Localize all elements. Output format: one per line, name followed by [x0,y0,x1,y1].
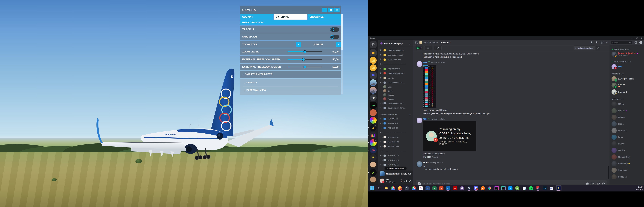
text-channel-reports[interactable]: #· reports [380,76,412,80]
voice-user-Ginger[interactable]: Ginger [383,89,412,93]
text-channel-voertuig-suggesties[interactable]: #· voertuig-suggesties [380,71,412,76]
zoom-type-prev-button[interactable]: ‹ [296,42,301,47]
server-mv[interactable]: MV [370,117,376,124]
external-view-section-header[interactable]: ⌄ EXTERNAL VIEW [240,87,341,94]
taskbar-handbrake[interactable]: HS [514,185,520,191]
headphones-icon[interactable] [404,179,408,182]
tab-external[interactable]: EXTERNAL [274,14,307,20]
voice-channel-PBD-OC-01[interactable]: · PBD-OC-01 [380,116,412,121]
server-cheese-1[interactable] [370,57,376,64]
taskbar-discord[interactable] [473,185,479,191]
quote-image-attachment[interactable]: It's raining on myVIAGRA. My rain is her… [423,121,476,151]
freelook-momentum-slider[interactable] [288,66,322,68]
taskbar-word[interactable]: W [425,185,430,191]
camera-panel-titlebar[interactable]: CAMERA – ⧉ ✕ [240,6,341,14]
voice-channel-ABD-INCI-01[interactable]: · ABD-INCI-01 [380,135,412,139]
taskbar-window-app[interactable] [521,185,527,191]
server-face-1[interactable] [370,162,376,168]
taskbar-outlook[interactable]: O [445,185,451,191]
taskbar-clickup[interactable] [418,185,424,191]
taskbar-filezilla[interactable]: FZ [452,185,458,191]
taskbar-firefox[interactable] [397,185,403,191]
taskbar-chrome[interactable] [390,185,396,191]
member-DIPSIE[interactable]: DIPSIE◆ [611,108,643,114]
server-folder-blue[interactable] [370,72,376,79]
default-section-header[interactable]: ⌄ DEFAULT [240,80,341,86]
user-avatar[interactable] [380,178,384,183]
member-Shadoww[interactable]: Shadoww [611,167,643,173]
member-MichaelRietv[interactable]: MichaelRietv [611,154,643,160]
server-play[interactable]: ▷ [370,169,376,176]
member-Floris[interactable]: Floris [611,121,643,127]
member-luuvvv[interactable]: luuvvv [611,140,643,147]
text-channel-bug-meldingen[interactable]: #· bug-meldingen [380,66,412,71]
voice-channel-Development Kant...[interactable]: · Development Kant... [380,106,412,110]
server-face-2[interactable] [370,176,376,184]
member-Knieperd[interactable]: Knieperd [611,89,643,95]
gear-icon[interactable] [408,179,412,182]
voice-channel-ABD-INCI-03[interactable]: · ABD-INCI-03 [380,144,412,148]
avatar[interactable] [416,61,422,67]
smartcam-toggle[interactable] [330,35,339,39]
avatar[interactable] [416,161,422,167]
window-maximize-button[interactable]: ▢ [636,37,638,39]
search-box[interactable]: Zoeken [611,41,632,44]
member-Semmetje[interactable]: Semmetje★ [611,160,643,167]
taskbar-datagrip[interactable]: DG [500,185,506,191]
server-orange[interactable] [370,109,376,116]
voice-channel-PBD-OC-03[interactable]: · PBD-OC-03 [380,126,412,130]
server-cheese-2[interactable] [370,64,376,71]
taskbar-security-shield[interactable]: S [535,185,541,191]
screenshare-icon[interactable] [408,172,411,175]
discord-home[interactable] [370,41,376,48]
new-unread-pill[interactable]: ⌄NIEUW ONGELEZEN [385,167,406,170]
voice-channel-ABD-INCI-02[interactable]: · ABD-INCI-02 [380,140,412,144]
member-Martijn[interactable]: Martijn [611,147,643,154]
smartcam-targets-header[interactable]: ⌄ SMARTCAM TARGETS [240,71,341,78]
follow-button[interactable]: ✓ Volgen/ontvolgen [574,46,595,50]
server-city-2[interactable] [370,87,376,94]
tab-cockpit[interactable]: COCKPIT [240,14,274,20]
tab-showcase[interactable]: SHOWCASE [308,14,341,20]
divider-channel[interactable]: #——————————— [380,62,412,66]
taskbar-steam[interactable]: ☉ [466,185,472,191]
member-list-icon[interactable] [600,41,604,44]
taskbar-photoshop[interactable]: Ps [542,185,548,191]
add-reaction-button[interactable] [424,46,432,50]
server-folder-yellow[interactable] [370,50,376,56]
activity-card[interactable]: Microsoft Flight Simul... [378,170,413,177]
window-close-button[interactable]: ✕ [641,37,642,39]
track-ir-toggle[interactable] [330,28,339,32]
reaction-pill-bd[interactable]: BD 2 [416,46,423,50]
server-bd[interactable]: BD [370,102,376,109]
message-author[interactable]: Max [423,118,427,120]
panel-popout-button[interactable]: ⧉ [328,8,334,12]
voice-channel-VBD-FRQ-01[interactable]: · VBD-FRQ-01 [380,154,412,158]
member-Max[interactable]: Max [611,64,643,70]
sticker-icon[interactable] [597,182,600,185]
voice-channel-VBD-FRQ-03[interactable]: · VBD-FRQ-03 [380,162,412,167]
zoom-type-next-button[interactable]: › [336,42,341,47]
message-author[interactable]: Floris [423,161,429,164]
member-Fabian[interactable]: Fabian [611,114,643,120]
panel-scrollbar[interactable] [342,14,343,94]
message-author[interactable]: Max [423,61,427,64]
server-w-bars[interactable] [370,132,376,138]
taskbar-msfs[interactable]: ✈ [556,185,562,191]
taskbar-vscode[interactable]: ‹› [508,185,513,191]
taskbar-search[interactable] [376,185,382,191]
breadcrumb-channel[interactable]: · brasdam-forum [423,42,438,44]
taskbar-powerpoint[interactable]: P [438,185,444,191]
voice-channel-VBD-FRQ-02[interactable]: · VBD-FRQ-02 [380,158,412,162]
voice-user-array[interactable]: array [383,85,412,89]
server-header[interactable]: Brasdam Roleplay ⌄ [378,40,413,47]
divider-channel[interactable]: ——————————— [380,130,412,135]
panel-close-button[interactable]: ✕ [334,8,340,12]
emoji-picker-icon[interactable] [602,182,605,185]
notifications-bell-icon[interactable] [590,41,593,44]
chat-scrollbar[interactable] [608,166,609,180]
server-party[interactable]: P [370,154,376,161]
text-channel-web-development[interactable]: #· web-development [380,53,412,57]
copy-link-button[interactable] [596,46,600,50]
mic-muted-icon[interactable] [400,179,403,182]
